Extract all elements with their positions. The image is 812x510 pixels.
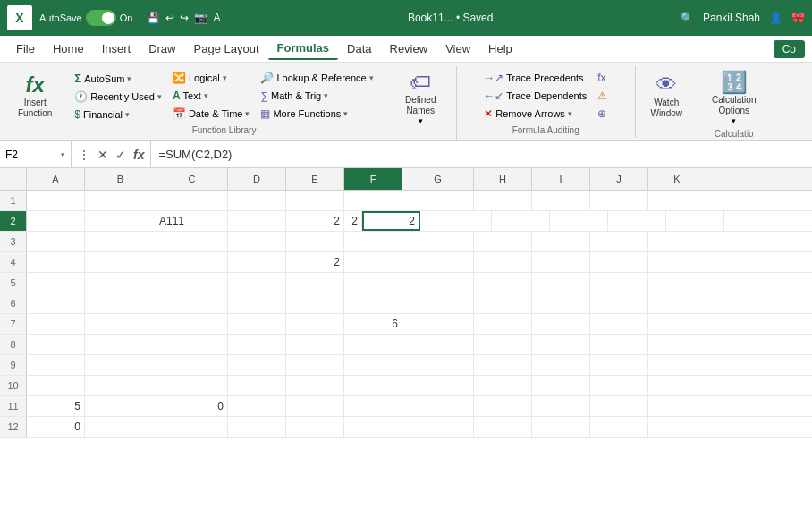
cell-j1[interactable]: [590, 191, 648, 210]
cell-k11[interactable]: [648, 396, 706, 416]
cell-j5[interactable]: [590, 273, 648, 293]
cell-h10[interactable]: [474, 376, 532, 395]
cell-d5[interactable]: [228, 273, 286, 293]
formula-cancel-icon[interactable]: ✕: [95, 148, 111, 162]
cell-h4[interactable]: [474, 252, 532, 272]
col-header-j[interactable]: J: [590, 168, 648, 190]
cell-h7[interactable]: [474, 314, 532, 334]
cell-f11[interactable]: [344, 396, 402, 416]
cell-i12[interactable]: [532, 417, 590, 437]
col-header-k[interactable]: K: [648, 168, 706, 190]
cell-i3[interactable]: [532, 232, 590, 251]
cell-d8[interactable]: [228, 335, 286, 354]
error-checking-button[interactable]: ⚠: [594, 88, 611, 104]
cell-e5[interactable]: [286, 273, 344, 293]
cell-a7[interactable]: [27, 314, 85, 334]
remove-arrows-button[interactable]: ✕ Remove Arrows ▾: [480, 106, 590, 122]
cell-g2[interactable]: [420, 211, 492, 231]
cell-k5[interactable]: [648, 273, 706, 293]
cell-k8[interactable]: [648, 335, 706, 354]
trace-dependents-button[interactable]: ←↙ Trace Dependents: [480, 88, 590, 104]
col-header-f[interactable]: F: [344, 168, 402, 190]
cell-k9[interactable]: [648, 355, 706, 375]
cell-i5[interactable]: [532, 273, 590, 293]
defined-names-button[interactable]: 🏷 DefinedNames ▾: [402, 66, 439, 129]
col-header-e[interactable]: E: [286, 168, 344, 190]
cell-e9[interactable]: [286, 355, 344, 375]
cell-c3[interactable]: [156, 232, 228, 251]
autosum-button[interactable]: Σ AutoSum ▾: [71, 70, 165, 87]
cell-d12[interactable]: [228, 417, 286, 437]
cell-a11[interactable]: 5: [27, 396, 85, 416]
font-color-icon[interactable]: A: [213, 12, 220, 24]
cell-k3[interactable]: [648, 232, 706, 251]
cell-g9[interactable]: [402, 355, 474, 375]
cell-j6[interactable]: [590, 293, 648, 313]
formula-confirm-icon[interactable]: ✓: [113, 148, 129, 162]
cell-e6[interactable]: [286, 293, 344, 313]
cell-h2[interactable]: [492, 211, 550, 231]
cell-j10[interactable]: [590, 376, 648, 395]
cell-h12[interactable]: [474, 417, 532, 437]
cell-a1[interactable]: [27, 191, 85, 210]
cell-k1[interactable]: [648, 191, 706, 210]
cell-j8[interactable]: [590, 335, 648, 354]
cell-c2[interactable]: A111: [156, 211, 228, 231]
financial-button[interactable]: $ Financial ▾: [71, 106, 165, 123]
cell-a6[interactable]: [27, 293, 85, 313]
menu-data[interactable]: Data: [338, 38, 380, 59]
cell-d9[interactable]: [228, 355, 286, 375]
cell-b12[interactable]: [85, 417, 156, 437]
menu-insert[interactable]: Insert: [93, 38, 140, 59]
col-header-i[interactable]: I: [532, 168, 590, 190]
cell-c11[interactable]: 0: [156, 396, 228, 416]
cell-g3[interactable]: [402, 232, 474, 251]
cell-h9[interactable]: [474, 355, 532, 375]
menu-file[interactable]: File: [7, 38, 44, 59]
redo-icon[interactable]: ↪: [180, 12, 189, 24]
screenshot-icon[interactable]: 📷: [194, 12, 207, 24]
cell-i8[interactable]: [532, 335, 590, 354]
menu-view[interactable]: View: [436, 38, 479, 59]
col-header-h[interactable]: H: [474, 168, 532, 190]
autosave-toggle-switch[interactable]: [86, 10, 116, 26]
cell-e12[interactable]: [286, 417, 344, 437]
cell-f6[interactable]: [344, 293, 402, 313]
cell-h3[interactable]: [474, 232, 532, 251]
cell-b8[interactable]: [85, 335, 156, 354]
cell-e1[interactable]: [286, 191, 344, 210]
col-header-d[interactable]: D: [228, 168, 286, 190]
watch-window-button[interactable]: 👁 WatchWindow: [647, 69, 686, 123]
more-functions-button[interactable]: ▦ More Functions ▾: [257, 106, 376, 122]
menu-formulas[interactable]: Formulas: [268, 38, 339, 60]
cell-i10[interactable]: [532, 376, 590, 395]
cell-c10[interactable]: [156, 376, 228, 395]
logical-button[interactable]: 🔀 Logical ▾: [169, 70, 254, 86]
cell-e7[interactable]: [286, 314, 344, 334]
insert-function-button[interactable]: fx InsertFunction: [14, 69, 55, 123]
ribbon-icon[interactable]: 🎀: [791, 12, 805, 24]
cell-k2[interactable]: [666, 211, 724, 231]
menu-help[interactable]: Help: [479, 38, 521, 59]
autosave-toggle[interactable]: AutoSave On: [39, 10, 132, 26]
cell-e11[interactable]: [286, 396, 344, 416]
cell-c8[interactable]: [156, 335, 228, 354]
cell-g1[interactable]: [402, 191, 474, 210]
recently-used-button[interactable]: 🕐 Recently Used ▾: [71, 89, 165, 105]
cell-g6[interactable]: [402, 293, 474, 313]
cell-d11[interactable]: [228, 396, 286, 416]
cell-f9[interactable]: [344, 355, 402, 375]
search-icon[interactable]: 🔍: [681, 12, 694, 24]
cell-d1[interactable]: [228, 191, 286, 210]
formula-bar-more-icon[interactable]: ⋮: [75, 148, 93, 162]
undo-icon[interactable]: ↩: [165, 12, 174, 24]
cell-f2[interactable]: 2: [362, 211, 420, 231]
cell-c7[interactable]: [156, 314, 228, 334]
cell-f3[interactable]: [344, 232, 402, 251]
cell-a12[interactable]: 0: [27, 417, 85, 437]
calculation-options-button[interactable]: 🔢 CalculationOptions ▾: [708, 66, 759, 129]
save-icon[interactable]: 💾: [147, 12, 160, 24]
cell-e3[interactable]: [286, 232, 344, 251]
cell-j12[interactable]: [590, 417, 648, 437]
col-header-a[interactable]: A: [27, 168, 85, 190]
